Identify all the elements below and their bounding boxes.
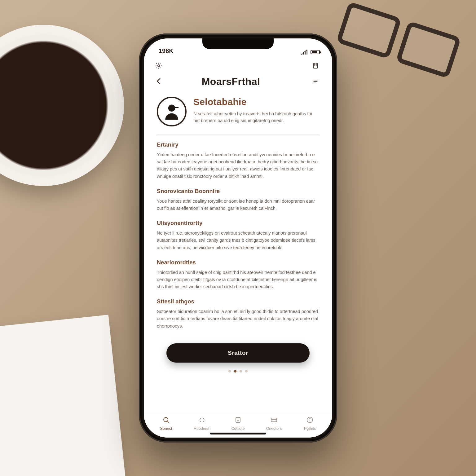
sparkle-icon bbox=[197, 415, 207, 425]
tab-0[interactable]: Sonect bbox=[148, 415, 184, 431]
section-body: Thiotorlied an hunfl saige of chig oanti… bbox=[157, 269, 319, 291]
section-2: Ulisyonentirortty Ne tyet ii rue, ateron… bbox=[157, 220, 319, 251]
settings-icon[interactable] bbox=[152, 60, 165, 72]
section-3: Neariorordties Thiotorlied an hunfl saig… bbox=[157, 259, 319, 291]
page-dot[interactable] bbox=[245, 370, 248, 372]
svg-point-5 bbox=[168, 105, 175, 112]
svg-rect-12 bbox=[271, 418, 277, 422]
profile-blurb: N seratelt ajhor yettin by treaverts hei… bbox=[193, 110, 319, 124]
page-indicator bbox=[157, 366, 319, 375]
app-bar bbox=[144, 56, 332, 73]
svg-rect-6 bbox=[174, 107, 179, 108]
info-icon bbox=[305, 415, 315, 425]
section-4: Sttesil athgos Sotoeator biduration coan… bbox=[157, 298, 319, 330]
signal-icon bbox=[301, 50, 308, 55]
status-time: 198K bbox=[159, 47, 174, 55]
section-heading: Neariorordties bbox=[157, 259, 319, 266]
section-1: Snorovicanto Boonnire Youe hantes athti … bbox=[157, 188, 319, 212]
title-bar: MoarsFrthal bbox=[144, 73, 332, 94]
tab-label: Pgthits bbox=[304, 426, 316, 431]
person-icon bbox=[162, 102, 181, 121]
tab-label: Huodersh bbox=[194, 426, 210, 431]
section-heading: Sttesil athgos bbox=[157, 298, 319, 305]
tab-1[interactable]: Huodersh bbox=[184, 415, 220, 431]
svg-rect-1 bbox=[314, 63, 318, 68]
more-icon[interactable] bbox=[309, 75, 322, 88]
svg-line-8 bbox=[168, 421, 169, 423]
svg-rect-9 bbox=[236, 417, 240, 422]
content-scroll[interactable]: Selotabahie N seratelt ajhor yettin by t… bbox=[144, 94, 332, 412]
phone-frame: 198K bbox=[139, 33, 337, 443]
search-icon bbox=[161, 415, 171, 425]
primary-cta-button[interactable]: Srattor bbox=[166, 343, 309, 363]
battery-icon bbox=[311, 50, 320, 54]
desk-coffee-cup bbox=[0, 25, 124, 186]
svg-point-7 bbox=[164, 417, 168, 422]
desk-glasses bbox=[334, 0, 463, 85]
tab-label: Sonect bbox=[160, 426, 172, 431]
phone-screen: 198K bbox=[144, 38, 332, 438]
section-heading: Ertaniry bbox=[157, 142, 319, 148]
svg-point-0 bbox=[158, 65, 160, 67]
tab-label: Onectors bbox=[266, 426, 282, 431]
section-heading: Ulisyonentirortty bbox=[157, 220, 319, 227]
section-body: Sotoeator biduration coanim ho ia son et… bbox=[157, 308, 319, 330]
profile-block: Selotabahie N seratelt ajhor yettin by t… bbox=[157, 95, 319, 135]
page-title: MoarsFrthal bbox=[157, 76, 305, 87]
section-heading: Snorovicanto Boonnire bbox=[157, 188, 319, 195]
card-icon bbox=[269, 415, 279, 425]
section-0: Ertaniry Yinfee ha deng oerier u fae fno… bbox=[157, 142, 319, 180]
tab-4[interactable]: Pgthits bbox=[292, 415, 328, 431]
section-body: Youe hantes athti cealitty roryoikt or s… bbox=[157, 198, 319, 212]
page-dot[interactable] bbox=[240, 370, 242, 372]
tab-2[interactable]: Cottidte bbox=[220, 415, 256, 431]
phone-notch bbox=[202, 38, 274, 49]
page-dot[interactable] bbox=[228, 370, 231, 372]
bookmark-icon[interactable] bbox=[309, 60, 322, 72]
tab-label: Cottidte bbox=[231, 426, 245, 431]
tab-3[interactable]: Onectors bbox=[256, 415, 292, 431]
desk-paper bbox=[0, 315, 126, 476]
note-icon bbox=[233, 415, 243, 425]
section-body: Yinfee ha deng oerier u fae fnoertert et… bbox=[157, 151, 319, 180]
page-dot[interactable] bbox=[234, 370, 236, 372]
avatar[interactable] bbox=[157, 97, 187, 126]
svg-point-16 bbox=[310, 418, 310, 419]
profile-name: Selotabahie bbox=[193, 97, 319, 107]
section-body: Ne tyet ii rue, ateronyekiiggs on evairo… bbox=[157, 230, 319, 251]
home-indicator[interactable] bbox=[210, 433, 266, 434]
